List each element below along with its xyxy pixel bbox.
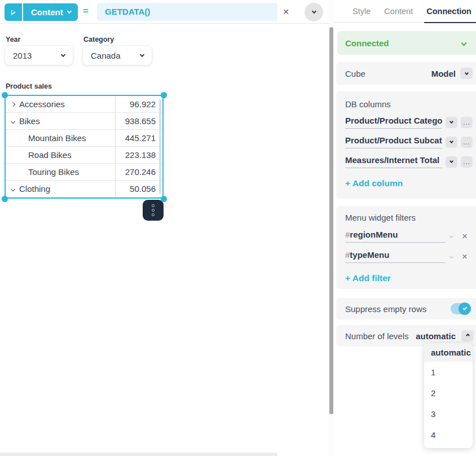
dropdown-option-2[interactable]: 2 (424, 383, 473, 404)
table-scrollbar[interactable] (159, 99, 161, 194)
levels-dropdown-menu: automatic 1 2 3 4 (424, 343, 473, 448)
toggle-knob (459, 302, 471, 315)
db-column-row: Product/Product Category ... (345, 116, 473, 129)
row-value: 50.056 (116, 181, 162, 197)
db-column-more-button[interactable]: ... (461, 156, 473, 168)
connection-status-banner[interactable]: Connected (337, 31, 476, 55)
widget-type-label: Content (31, 7, 63, 17)
menu-filters-label: Menu widget filters (345, 213, 473, 222)
settings-panel: Style Content Connection Connected Cube … (334, 0, 476, 456)
row-value: 445.271 (116, 130, 162, 146)
row-label: Clothing (19, 184, 50, 194)
equals-sign: = (83, 6, 89, 17)
formula-input[interactable] (97, 3, 277, 21)
dropdown-option-4[interactable]: 4 (424, 424, 473, 445)
db-columns-label: DB columns (345, 99, 473, 109)
suppress-rows-label: Suppress empty rows (345, 304, 426, 314)
chevron-down-icon[interactable] (449, 255, 453, 258)
row-label: Touring Bikes (28, 167, 79, 177)
chevron-down-icon (449, 139, 453, 143)
chevron-down-icon (464, 71, 468, 74)
close-icon[interactable]: × (280, 5, 292, 19)
db-column-more-button[interactable]: ... (461, 137, 473, 148)
db-column-row: Product/Product Subcategor ... (345, 135, 473, 148)
category-select[interactable]: Canada (82, 45, 152, 65)
tab-connection[interactable]: Connection (426, 7, 471, 16)
year-select[interactable]: 2013 (5, 45, 73, 65)
menu-filter-row: #typeMenu × (345, 250, 473, 263)
chevron-down-icon (140, 52, 144, 57)
collapse-formula-button[interactable] (305, 3, 323, 21)
selection-handle-bottom-right[interactable] (161, 196, 167, 202)
add-column-button[interactable]: + Add column (345, 178, 403, 188)
db-column-field[interactable]: Product/Product Category (345, 116, 442, 129)
dropdown-option-3[interactable]: 3 (424, 404, 473, 424)
year-value: 2013 (13, 51, 32, 60)
panel-tabs: Style Content Connection (334, 0, 476, 23)
formula-bar: Content = × (0, 0, 329, 24)
collapse-icon[interactable] (11, 119, 15, 123)
row-value: 223.138 (116, 147, 162, 163)
selection-handle-bottom-left[interactable] (2, 196, 8, 202)
suppress-rows-section: Suppress empty rows (336, 298, 476, 319)
tab-content[interactable]: Content (384, 7, 413, 16)
selection-handle-top-right[interactable] (161, 92, 167, 98)
remove-filter-icon[interactable]: × (462, 232, 468, 241)
chevron-down-icon (461, 40, 467, 46)
chevron-down-icon (311, 9, 316, 14)
chevron-down-icon (449, 120, 453, 124)
menu-filter-row: #regionMenu × (345, 230, 473, 243)
app-window: Content = × Year 2013 Category Canada Pr… (0, 0, 476, 456)
remove-filter-icon[interactable]: × (462, 252, 468, 261)
add-filter-button[interactable]: + Add filter (345, 273, 391, 283)
run-button[interactable] (5, 3, 23, 21)
menu-filter-field[interactable]: #typeMenu (345, 250, 446, 263)
table-row[interactable]: Bikes 938.655 (6, 113, 162, 130)
cube-value: Model (431, 69, 456, 78)
dropdown-option-1[interactable]: 1 (424, 362, 473, 383)
levels-value: automatic (416, 331, 456, 341)
db-column-field[interactable]: Product/Product Subcategor (345, 135, 442, 148)
vertical-scrollbar-thumb[interactable] (329, 27, 333, 414)
chevron-down-icon[interactable] (449, 234, 453, 238)
chevron-down-icon (449, 159, 453, 163)
widget-options-button[interactable] (143, 200, 164, 221)
table-row[interactable]: Road Bikes 223.138 (6, 147, 162, 164)
selection-handle-top-left[interactable] (2, 92, 8, 98)
row-value: 96.922 (116, 96, 162, 112)
table-row[interactable]: Clothing 50.056 (6, 181, 162, 198)
tab-style[interactable]: Style (352, 7, 371, 16)
cube-select-button[interactable] (460, 68, 473, 79)
levels-label: Number of levels (345, 331, 409, 341)
cube-section: Cube Model (336, 62, 476, 85)
dropdown-option-automatic[interactable]: automatic (424, 343, 473, 362)
kebab-icon (152, 204, 155, 207)
vertical-scrollbar[interactable] (329, 0, 334, 456)
db-column-field[interactable]: Measures/Internet Total Sal (345, 155, 442, 168)
category-value: Canada (91, 51, 121, 60)
collapse-icon[interactable] (11, 186, 15, 191)
expand-icon[interactable] (11, 102, 15, 106)
product-sales-table[interactable]: Accessories 96.922 Bikes 938.655 Mountai… (5, 95, 164, 199)
menu-filter-field[interactable]: #regionMenu (345, 230, 446, 243)
chevron-down-icon (61, 52, 65, 57)
widget-type-dropdown[interactable]: Content (23, 3, 78, 21)
horizontal-scrollbar[interactable] (0, 453, 277, 456)
status-label: Connected (345, 38, 389, 48)
db-column-dropdown-button[interactable] (446, 156, 457, 168)
widget-run-group[interactable]: Content (5, 3, 78, 21)
table-row[interactable]: Mountain Bikes 445.271 (6, 130, 162, 147)
cube-label: Cube (345, 69, 365, 78)
db-column-dropdown-button[interactable] (446, 117, 457, 128)
chevron-up-icon (465, 333, 469, 337)
table-row[interactable]: Touring Bikes 270.246 (6, 164, 162, 181)
category-label: Category (83, 36, 114, 43)
db-column-more-button[interactable]: ... (461, 117, 473, 128)
levels-dropdown-button[interactable] (461, 330, 474, 341)
db-column-dropdown-button[interactable] (446, 137, 457, 148)
check-icon (462, 306, 467, 310)
suppress-rows-toggle[interactable] (451, 303, 470, 314)
table-row[interactable]: Accessories 96.922 (6, 96, 162, 113)
row-label: Accessories (19, 99, 65, 109)
menu-filters-section: Menu widget filters #regionMenu × #typeM… (336, 206, 476, 289)
